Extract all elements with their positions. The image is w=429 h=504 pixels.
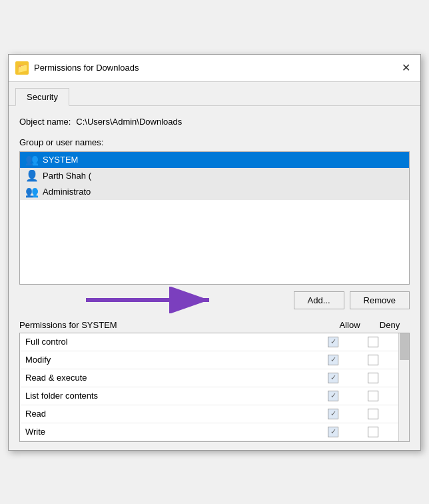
perm-deny-listfolder[interactable] <box>353 391 393 401</box>
perm-deny-readexecute[interactable] <box>353 373 393 383</box>
checkbox-allow-fullcontrol[interactable] <box>328 337 338 347</box>
permissions-label: Permissions for SYSTEM <box>19 320 330 330</box>
admin-user-label: Administrato <box>43 187 91 197</box>
object-name-label: Object name: <box>19 117 71 127</box>
user-item-administrator[interactable]: 👥 Administrato <box>20 184 409 200</box>
permissions-allow-header: Allow <box>330 320 370 330</box>
user-item-parth[interactable]: 👤 Parth Shah ( <box>20 168 409 184</box>
add-button[interactable]: Add... <box>294 291 344 309</box>
perm-label-modify: Modify <box>25 355 313 365</box>
perm-row-read: Read <box>20 405 409 423</box>
perm-allow-read[interactable] <box>313 409 353 419</box>
dialog-body: Object name: C:\Users\Admin\Downloads Gr… <box>9 106 420 450</box>
checkbox-allow-write[interactable] <box>328 427 338 437</box>
perm-allow-modify[interactable] <box>313 355 353 365</box>
checkbox-allow-read[interactable] <box>328 409 338 419</box>
checkbox-allow-listfolder[interactable] <box>328 391 338 401</box>
object-name-row: Object name: C:\Users\Admin\Downloads <box>19 117 410 127</box>
perm-row-readexecute: Read & execute <box>20 369 409 387</box>
permissions-deny-header: Deny <box>370 320 410 330</box>
admin-user-icon: 👥 <box>25 187 39 197</box>
checkbox-deny-readexecute[interactable] <box>368 373 378 383</box>
perm-deny-fullcontrol[interactable] <box>353 337 393 347</box>
users-list[interactable]: 👥 SYSTEM 👤 Parth Shah ( 👥 Administrato <box>19 151 410 285</box>
arrow-annotation <box>86 287 219 313</box>
perm-allow-listfolder[interactable] <box>313 391 353 401</box>
group-label: Group or user names: <box>19 137 410 147</box>
dialog-window: 📁 Permissions for Downloads ✕ Security O… <box>8 54 421 451</box>
perm-row-fullcontrol: Full control <box>20 333 409 351</box>
user-item-system[interactable]: 👥 SYSTEM <box>20 152 409 168</box>
perm-row-listfolder: List folder contents <box>20 387 409 405</box>
perm-label-write: Write <box>25 427 313 437</box>
checkbox-deny-write[interactable] <box>368 427 378 437</box>
perm-allow-fullcontrol[interactable] <box>313 337 353 347</box>
checkbox-deny-read[interactable] <box>368 409 378 419</box>
buttons-row: Add... Remove <box>19 291 410 309</box>
checkbox-deny-listfolder[interactable] <box>368 391 378 401</box>
checkbox-deny-fullcontrol[interactable] <box>368 337 378 347</box>
scrollbar-thumb[interactable] <box>400 333 409 360</box>
dialog-title: Permissions for Downloads <box>34 63 392 73</box>
permissions-table: Full control Modify Read & execute <box>19 333 410 442</box>
parth-user-icon: 👤 <box>25 171 39 181</box>
perm-label-readexecute: Read & execute <box>25 373 313 383</box>
perm-row-write: Write <box>20 423 409 441</box>
perm-row-modify: Modify <box>20 351 409 369</box>
close-button[interactable]: ✕ <box>398 60 414 76</box>
perm-deny-read[interactable] <box>353 409 393 419</box>
checkbox-deny-modify[interactable] <box>368 355 378 365</box>
perm-label-listfolder: List folder contents <box>25 391 313 401</box>
perm-allow-readexecute[interactable] <box>313 373 353 383</box>
object-name-value: C:\Users\Admin\Downloads <box>76 117 182 127</box>
tab-security[interactable]: Security <box>15 88 69 106</box>
perm-allow-write[interactable] <box>313 427 353 437</box>
perm-deny-modify[interactable] <box>353 355 393 365</box>
system-user-icon: 👥 <box>25 155 39 165</box>
title-bar: 📁 Permissions for Downloads ✕ <box>9 55 420 82</box>
tab-bar: Security <box>9 82 420 106</box>
perm-deny-write[interactable] <box>353 427 393 437</box>
remove-button[interactable]: Remove <box>350 291 410 309</box>
system-user-label: SYSTEM <box>43 155 78 165</box>
perm-label-read: Read <box>25 409 313 419</box>
checkbox-allow-modify[interactable] <box>328 355 338 365</box>
permissions-header: Permissions for SYSTEM Allow Deny <box>19 320 410 330</box>
perm-label-fullcontrol: Full control <box>25 337 313 347</box>
checkbox-allow-readexecute[interactable] <box>328 373 338 383</box>
scrollbar-track[interactable] <box>398 333 409 441</box>
folder-icon: 📁 <box>15 61 29 75</box>
parth-user-label: Parth Shah ( <box>43 171 91 181</box>
